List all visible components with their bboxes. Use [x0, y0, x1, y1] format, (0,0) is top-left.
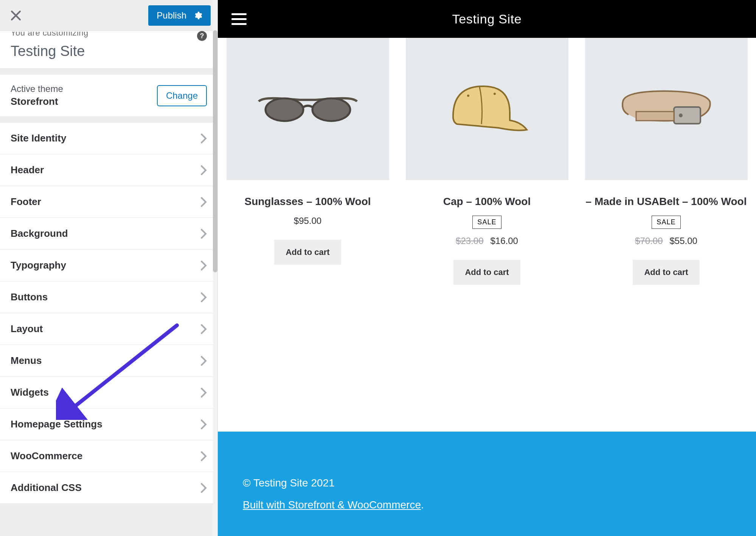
- chevron-right-icon: [201, 483, 207, 493]
- customizing-label: You are customizing: [11, 32, 88, 39]
- site-preview: Testing Site Sunglasses – 100% Wool $95.…: [218, 0, 756, 536]
- help-icon[interactable]: ?: [197, 31, 207, 41]
- product-name: Cap – 100% Wool: [443, 194, 531, 209]
- preview-body: Sunglasses – 100% Wool $95.00 Add to car…: [218, 38, 756, 432]
- section-background[interactable]: Background: [0, 218, 217, 250]
- sale-badge: SALE: [652, 216, 680, 229]
- close-icon[interactable]: [11, 10, 21, 21]
- customizer-sections: Site Identity Header Footer Background T…: [0, 122, 217, 504]
- chevron-right-icon: [201, 356, 207, 366]
- section-menus[interactable]: Menus: [0, 345, 217, 377]
- svg-point-1: [265, 98, 303, 121]
- change-theme-button[interactable]: Change: [157, 85, 207, 106]
- sidebar-scrollbar-thumb[interactable]: [213, 30, 217, 272]
- active-theme-label: Active theme: [11, 84, 63, 94]
- chevron-right-icon: [201, 197, 207, 207]
- chevron-right-icon: [201, 419, 207, 429]
- product-grid: Sunglasses – 100% Wool $95.00 Add to car…: [227, 38, 748, 432]
- section-footer[interactable]: Footer: [0, 186, 217, 218]
- sunglasses-icon: [255, 86, 361, 132]
- chevron-right-icon: [201, 324, 207, 334]
- preview-site-title[interactable]: Testing Site: [452, 12, 522, 26]
- product-price: $95.00: [294, 216, 321, 226]
- sidebar-scrollbar[interactable]: [213, 0, 217, 536]
- product-name: Sunglasses – 100% Wool: [244, 194, 371, 209]
- customizer-topbar: Publish: [0, 0, 217, 31]
- section-layout[interactable]: Layout: [0, 313, 217, 345]
- active-theme-name: Storefront: [11, 96, 63, 107]
- svg-point-6: [679, 113, 683, 117]
- section-header[interactable]: Header: [0, 154, 217, 186]
- product-price: $70.00$55.00: [635, 236, 697, 246]
- section-widgets[interactable]: Widgets: [0, 377, 217, 409]
- add-to-cart-button[interactable]: Add to cart: [453, 260, 520, 285]
- footer-credit: Built with Storefront & WooCommerce.: [243, 499, 731, 511]
- section-additional-css[interactable]: Additional CSS: [0, 472, 217, 504]
- chevron-right-icon: [201, 261, 207, 270]
- chevron-right-icon: [201, 229, 207, 239]
- svg-point-4: [494, 93, 496, 95]
- chevron-right-icon: [201, 292, 207, 302]
- product-name: – Made in USABelt – 100% Wool: [586, 194, 747, 209]
- preview-header: Testing Site: [218, 0, 756, 38]
- product-image: [227, 38, 389, 180]
- customizer-site-title: Testing Site: [11, 43, 207, 59]
- product-card[interactable]: Sunglasses – 100% Wool $95.00 Add to car…: [227, 38, 389, 432]
- publish-label: Publish: [157, 10, 186, 21]
- product-card[interactable]: Cap – 100% Wool SALE $23.00$16.00 Add to…: [406, 38, 568, 432]
- product-card[interactable]: – Made in USABelt – 100% Wool SALE $70.0…: [585, 38, 748, 432]
- publish-button[interactable]: Publish: [148, 5, 211, 26]
- add-to-cart-button[interactable]: Add to cart: [274, 240, 341, 265]
- product-price: $23.00$16.00: [456, 236, 518, 246]
- chevron-right-icon: [201, 134, 207, 143]
- section-homepage-settings[interactable]: Homepage Settings: [0, 409, 217, 440]
- customizing-block: You are customizing ? Testing Site: [0, 31, 217, 69]
- svg-rect-5: [674, 107, 700, 124]
- chevron-right-icon: [201, 388, 207, 398]
- customizer-panel: Publish You are customizing ? Testing Si…: [0, 0, 218, 536]
- svg-point-2: [312, 98, 350, 121]
- chevron-right-icon: [201, 165, 207, 175]
- footer-copyright: © Testing Site 2021: [243, 477, 731, 489]
- product-image: [406, 38, 568, 180]
- cap-icon: [442, 75, 532, 143]
- svg-point-3: [467, 95, 469, 97]
- active-theme-block: Active theme Storefront Change: [0, 74, 217, 117]
- svg-rect-7: [636, 112, 674, 121]
- belt-icon: [613, 81, 719, 137]
- gear-icon: [193, 11, 202, 20]
- chevron-right-icon: [201, 451, 207, 461]
- sale-badge: SALE: [472, 216, 501, 229]
- section-typography[interactable]: Typography: [0, 250, 217, 281]
- footer-credit-link[interactable]: Built with Storefront & WooCommerce: [243, 499, 421, 511]
- section-buttons[interactable]: Buttons: [0, 281, 217, 313]
- section-woocommerce[interactable]: WooCommerce: [0, 440, 217, 472]
- product-image: [585, 38, 748, 180]
- preview-footer: © Testing Site 2021 Built with Storefron…: [218, 432, 756, 536]
- hamburger-icon[interactable]: [231, 13, 247, 25]
- section-site-identity[interactable]: Site Identity: [0, 123, 217, 154]
- add-to-cart-button[interactable]: Add to cart: [633, 260, 699, 285]
